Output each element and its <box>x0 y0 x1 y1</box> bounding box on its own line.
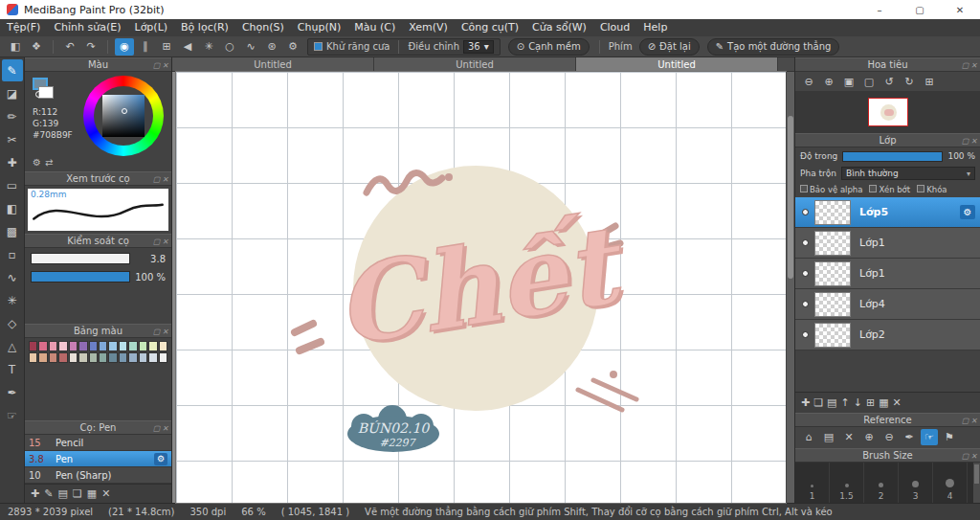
layer-visibility-icon[interactable] <box>802 331 809 338</box>
close-icon[interactable]: ✕ <box>970 58 977 73</box>
menu-edit[interactable]: Chỉnh sửa(E) <box>47 19 127 36</box>
close-icon[interactable]: ✕ <box>162 325 168 339</box>
fit-screen-icon[interactable]: ▣ <box>840 74 858 90</box>
pen-tool[interactable]: ✏ <box>2 105 23 127</box>
palette-swatch[interactable] <box>139 341 147 351</box>
delete-brush-icon[interactable]: ✕ <box>101 487 110 500</box>
sv-marker[interactable] <box>122 108 127 114</box>
collapse-icon[interactable]: ▢ <box>153 235 161 249</box>
brush-size-slider[interactable] <box>31 253 130 264</box>
blend-mode-select[interactable]: Bình thường ▾ <box>841 167 975 180</box>
layer-visibility-icon[interactable] <box>802 270 809 277</box>
layer-row-lop5[interactable]: Lớp5 ⚙ <box>795 197 980 228</box>
layer-row-lop4[interactable]: Lớp4 <box>795 289 980 320</box>
adjust-dropdown[interactable]: 36 ▾ <box>463 40 494 54</box>
brush-tool[interactable]: ✎ <box>2 59 23 81</box>
snap-curve-icon[interactable]: ∿ <box>241 38 260 56</box>
hue-marker[interactable] <box>35 91 42 98</box>
protect-alpha-checkbox[interactable]: Bảo vệ alpha <box>800 185 862 194</box>
brush-item-pen[interactable]: 3.8 Pen ⚙ <box>25 451 171 467</box>
gradient-tool[interactable]: ▩ <box>2 220 23 242</box>
collapse-icon[interactable]: ▢ <box>153 325 161 339</box>
new-layer-icon[interactable]: ✚ <box>801 396 810 409</box>
saturation-square[interactable] <box>102 95 145 137</box>
close-icon[interactable]: ✕ <box>970 134 977 148</box>
palette-swatch[interactable] <box>38 352 47 363</box>
scrollbar-thumb[interactable] <box>788 116 793 279</box>
duplicate-layer-icon[interactable]: ❏ <box>813 396 823 409</box>
palette-icon[interactable]: ❖ <box>27 38 46 56</box>
make-line-button[interactable]: ✎ Tạo một đường thẳng <box>707 38 840 56</box>
collapse-icon[interactable]: ▢ <box>962 58 969 73</box>
undo-icon[interactable]: ↶ <box>60 38 79 56</box>
collapse-icon[interactable]: ▢ <box>153 421 161 436</box>
close-icon[interactable]: ✕ <box>162 421 168 436</box>
snap-rotate-icon[interactable]: ⊛ <box>262 38 281 56</box>
palette-swatch[interactable] <box>29 341 37 351</box>
duplicate-brush-icon[interactable]: ❏ <box>73 487 82 500</box>
layer-up-icon[interactable]: ↑ <box>841 396 850 409</box>
palette-swatch[interactable] <box>69 352 78 363</box>
collapse-icon[interactable]: ▢ <box>962 414 969 428</box>
palette-swatch[interactable] <box>49 352 57 363</box>
brush-size-option-3[interactable]: 3 <box>899 463 933 504</box>
snap-ellipse-icon[interactable]: ○ <box>220 38 239 56</box>
palette-swatch[interactable] <box>69 341 78 351</box>
palette-swatch[interactable] <box>148 341 157 351</box>
snap-settings-icon[interactable]: ⚙ <box>283 38 302 56</box>
menu-select[interactable]: Chọn(S) <box>235 19 291 36</box>
snap-vanishing-icon[interactable]: ◀ <box>178 38 197 56</box>
palette-swatch[interactable] <box>99 341 107 351</box>
text-tool[interactable]: T <box>2 358 23 380</box>
palette-swatch[interactable] <box>89 341 98 351</box>
reference-open-icon[interactable]: ▤ <box>820 429 837 445</box>
brush-size-scrollbar[interactable] <box>973 463 980 504</box>
layer-row-lop2[interactable]: Lớp2 <box>795 320 980 350</box>
palette-swatch[interactable] <box>128 341 137 351</box>
reference-hand-icon[interactable]: ☞ <box>921 429 938 445</box>
palette-swatch[interactable] <box>139 352 147 363</box>
collapse-icon[interactable]: ▢ <box>153 58 161 73</box>
palette-swatch[interactable] <box>159 341 167 351</box>
lasso-tool[interactable]: ∿ <box>2 266 23 288</box>
reference-close-icon[interactable]: ✕ <box>840 429 858 445</box>
swap-colors-icon[interactable]: ⇄ <box>45 157 53 168</box>
edit-brush-icon[interactable]: ✎ <box>44 487 53 500</box>
zoom-out-icon[interactable]: ⊖ <box>800 74 817 90</box>
palette-swatch[interactable] <box>29 352 37 363</box>
actual-size-icon[interactable]: ▢ <box>860 74 878 90</box>
add-brush-icon[interactable]: ✚ <box>31 487 39 500</box>
tab-untitled-3[interactable]: Untitled <box>576 57 778 71</box>
rotate-right-icon[interactable]: ↻ <box>901 74 918 90</box>
select-tool[interactable]: ▭ <box>2 174 23 196</box>
snap-radial-icon[interactable]: ✳ <box>199 38 218 56</box>
palette-swatch[interactable] <box>108 341 117 351</box>
layer-visibility-icon[interactable] <box>802 239 809 246</box>
drawing-canvas[interactable]: Chết Chết BÚN02.10 #2297 <box>176 72 786 503</box>
palette-swatch[interactable] <box>128 352 137 363</box>
cut-tool[interactable]: ✂ <box>2 128 23 150</box>
layer-visibility-icon[interactable] <box>802 301 809 307</box>
lock-checkbox[interactable]: Khóa <box>917 185 947 194</box>
reset-view-icon[interactable]: ⊞ <box>921 74 938 90</box>
palette-swatch[interactable] <box>49 341 57 351</box>
snap-crosshatch-icon[interactable]: ⊞ <box>157 38 176 56</box>
brush-material-icon[interactable]: ▦ <box>87 487 97 500</box>
eraser-tool[interactable]: ◪ <box>2 82 23 104</box>
brush-size-option-2[interactable]: 2 <box>864 463 899 504</box>
marquee-tool[interactable]: ▫ <box>2 243 23 265</box>
canvas-vertical-scrollbar[interactable] <box>786 72 794 503</box>
rotate-left-icon[interactable]: ↺ <box>880 74 898 90</box>
layer-settings-icon[interactable]: ⚙ <box>960 205 975 219</box>
eyedropper-tool[interactable]: ✒ <box>2 381 23 403</box>
close-icon[interactable]: ✕ <box>970 414 977 428</box>
collapse-icon[interactable]: ▢ <box>153 172 161 187</box>
palette-swatch[interactable] <box>119 341 127 351</box>
close-button[interactable]: ✕ <box>940 0 980 19</box>
reference-zoom-in-icon[interactable]: ⊕ <box>860 429 878 445</box>
brush-size-option-1-5[interactable]: 1.5 <box>830 463 864 504</box>
palette-swatch[interactable] <box>58 341 67 351</box>
palette-swatch[interactable] <box>78 341 87 351</box>
close-icon[interactable]: ✕ <box>162 58 168 73</box>
palette-swatch[interactable] <box>38 341 47 351</box>
